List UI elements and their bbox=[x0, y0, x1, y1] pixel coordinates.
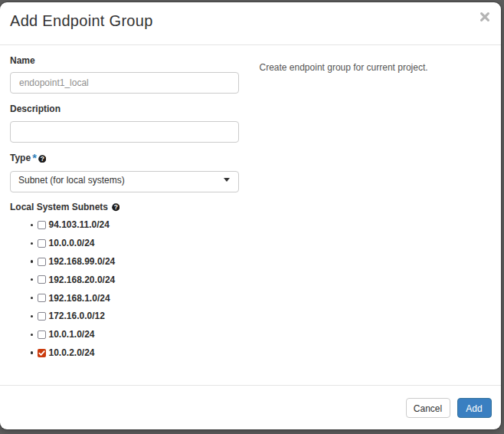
svg-text:?: ? bbox=[41, 155, 44, 163]
svg-text:?: ? bbox=[113, 203, 117, 211]
